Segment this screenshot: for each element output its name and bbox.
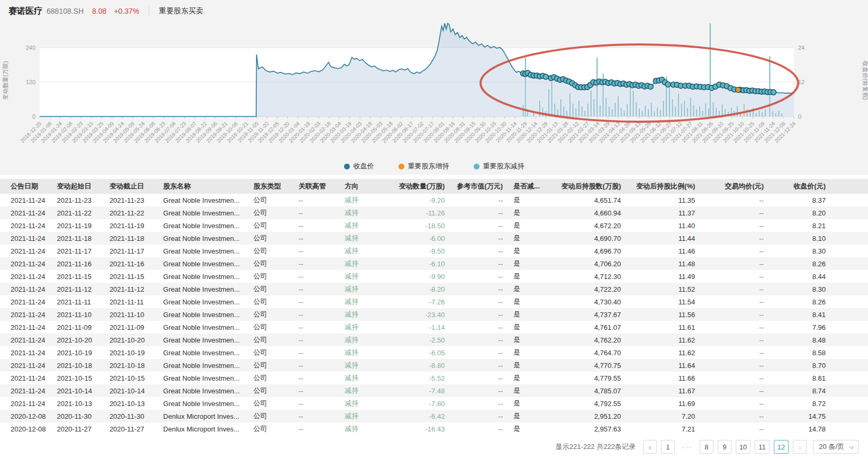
legend-item-重要股东增持[interactable]: 重要股东增持 xyxy=(399,161,449,171)
cell-ref_value: -- xyxy=(450,219,508,232)
left-axis-tick: 240 xyxy=(26,44,35,51)
table-row[interactable]: 2021-11-242021-11-172021-11-17Great Nobl… xyxy=(0,245,868,257)
cell-avg_price: -- xyxy=(700,245,769,257)
cell-start_date: 2021-10-15 xyxy=(51,372,104,384)
cell-announce_date: 2021-11-24 xyxy=(0,372,51,384)
cell-holder_type: 公司 xyxy=(248,422,293,435)
cell-shares_after: 4,779.55 xyxy=(547,372,626,384)
tab-important-holder-trades[interactable]: 重要股东买卖 xyxy=(159,6,203,16)
table-row[interactable]: 2021-11-242021-10-202021-10-20Great Nobl… xyxy=(0,334,868,346)
cell-holder: Great Noble Investmen... xyxy=(158,397,248,410)
table-row[interactable]: 2021-11-242021-10-152021-10-15Great Nobl… xyxy=(0,372,868,384)
table-row[interactable]: 2021-11-242021-10-132021-10-13Great Nobl… xyxy=(0,397,868,410)
table-row[interactable]: 2021-11-242021-11-162021-11-16Great Nobl… xyxy=(0,257,868,270)
table-row[interactable]: 2021-11-242021-11-222021-11-22Great Nobl… xyxy=(0,206,868,219)
cell-direction: 减持 xyxy=(339,257,381,270)
cell-holder: Great Noble Investmen... xyxy=(158,334,248,346)
table-row[interactable]: 2021-11-242021-11-112021-11-11Great Nobl… xyxy=(0,295,868,308)
column-header-holder_type: 股东类型 xyxy=(248,179,293,194)
cell-announce_date: 2021-11-24 xyxy=(0,321,51,334)
cell-start_date: 2021-10-14 xyxy=(51,384,104,397)
cell-holder: Great Noble Investmen... xyxy=(158,232,248,245)
cell-shares_after: 4,785.07 xyxy=(547,384,626,397)
cell-change_qty: -6.05 xyxy=(382,346,450,359)
table-row[interactable]: 2021-11-242021-11-102021-11-10Great Nobl… xyxy=(0,308,868,321)
table-row[interactable]: 2020-12-082020-11-302020-11-30Denlux Mic… xyxy=(0,410,868,422)
next-page-button[interactable]: › xyxy=(793,440,807,454)
prev-page-button[interactable]: ‹ xyxy=(643,440,657,454)
page-button-9[interactable]: 9 xyxy=(718,440,731,454)
cell-end_date: 2020-11-27 xyxy=(104,422,158,435)
page-size-select[interactable]: 20 条/页 xyxy=(813,440,858,454)
pagination-bar: 显示221-222 共222条记录 ‹ 1···89101112 › 20 条/… xyxy=(0,435,868,454)
table-row[interactable]: 2020-12-082020-11-272020-11-27Denlux Mic… xyxy=(0,422,868,435)
cell-holder_type: 公司 xyxy=(248,334,293,346)
table-row[interactable]: 2021-11-242021-10-192021-10-19Great Nobl… xyxy=(0,346,868,359)
table-row[interactable]: 2021-11-242021-11-152021-11-15Great Nobl… xyxy=(0,270,868,283)
cell-direction: 减持 xyxy=(339,410,381,422)
cell-announce_date: 2021-11-24 xyxy=(0,346,51,359)
table-row[interactable]: 2021-11-242021-11-122021-11-12Great Nobl… xyxy=(0,283,868,295)
page-button-11[interactable]: 11 xyxy=(755,440,770,454)
cell-close_price: 8.30 xyxy=(769,245,868,257)
cell-holder: Great Noble Investmen... xyxy=(158,245,248,257)
cell-is_reduce: 是 xyxy=(508,321,547,334)
cell-ref_value: -- xyxy=(450,257,508,270)
cell-pct_after: 11.49 xyxy=(626,270,700,283)
cell-related_exec: -- xyxy=(293,206,339,219)
cell-avg_price: -- xyxy=(700,232,769,245)
cell-related_exec: -- xyxy=(293,270,339,283)
cell-related_exec: -- xyxy=(293,308,339,321)
right-axis-tick: 24 xyxy=(798,44,804,51)
cell-end_date: 2021-11-23 xyxy=(104,194,158,206)
page-size-value: 20 条/页 xyxy=(819,442,844,452)
cell-close_price: 8.72 xyxy=(769,397,868,410)
table-row[interactable]: 2021-11-242021-10-142021-10-14Great Nobl… xyxy=(0,384,868,397)
cell-close_price: 14.75 xyxy=(769,410,868,422)
page-button-1[interactable]: 1 xyxy=(661,440,675,454)
page-button-8[interactable]: 8 xyxy=(700,440,713,454)
cell-holder_type: 公司 xyxy=(248,321,293,334)
cell-is_reduce: 是 xyxy=(508,270,547,283)
cell-change_qty: -1.14 xyxy=(382,321,450,334)
cell-shares_after: 4,770.75 xyxy=(547,359,626,372)
cell-announce_date: 2021-11-24 xyxy=(0,206,51,219)
cell-related_exec: -- xyxy=(293,397,339,410)
table-row[interactable]: 2021-11-242021-11-192021-11-19Great Nobl… xyxy=(0,219,868,232)
cell-pct_after: 11.69 xyxy=(626,397,700,410)
cell-related_exec: -- xyxy=(293,283,339,295)
page-button-10[interactable]: 10 xyxy=(736,440,751,454)
cell-ref_value: -- xyxy=(450,422,508,435)
holdings-chart[interactable]: 001201224024变动数量(万股)收盘价(前复权)2018-12-2520… xyxy=(0,22,868,156)
cell-end_date: 2021-11-22 xyxy=(104,206,158,219)
cell-start_date: 2020-11-27 xyxy=(51,422,104,435)
cell-end_date: 2021-11-09 xyxy=(104,321,158,334)
cell-direction: 减持 xyxy=(339,346,381,359)
cell-shares_after: 4,706.20 xyxy=(547,257,626,270)
cell-holder_type: 公司 xyxy=(248,359,293,372)
legend-item-收盘价[interactable]: 收盘价 xyxy=(344,161,374,171)
cell-avg_price: -- xyxy=(700,295,769,308)
cell-related_exec: -- xyxy=(293,257,339,270)
page-button-12[interactable]: 12 xyxy=(774,440,789,454)
cell-avg_price: -- xyxy=(700,372,769,384)
table-row[interactable]: 2021-11-242021-11-182021-11-18Great Nobl… xyxy=(0,232,868,245)
table-row[interactable]: 2021-11-242021-11-092021-11-09Great Nobl… xyxy=(0,321,868,334)
legend-dot-icon xyxy=(399,164,404,169)
cell-related_exec: -- xyxy=(293,422,339,435)
cell-is_reduce: 是 xyxy=(508,359,547,372)
cell-change_qty: -23.40 xyxy=(382,308,450,321)
table-row[interactable]: 2021-11-242021-11-232021-11-23Great Nobl… xyxy=(0,194,868,206)
cell-holder_type: 公司 xyxy=(248,410,293,422)
cell-announce_date: 2021-11-24 xyxy=(0,270,51,283)
legend-item-重要股东减持[interactable]: 重要股东减持 xyxy=(474,161,525,171)
cell-close_price: 7.96 xyxy=(769,321,868,334)
table-row[interactable]: 2021-11-242021-10-182021-10-18Great Nobl… xyxy=(0,359,868,372)
cell-is_reduce: 是 xyxy=(508,410,547,422)
cell-ref_value: -- xyxy=(450,334,508,346)
cell-pct_after: 11.56 xyxy=(626,308,700,321)
chevron-down-icon xyxy=(849,444,854,449)
cell-change_qty: -16.43 xyxy=(382,422,450,435)
cell-holder_type: 公司 xyxy=(248,384,293,397)
cell-direction: 减持 xyxy=(339,206,381,219)
